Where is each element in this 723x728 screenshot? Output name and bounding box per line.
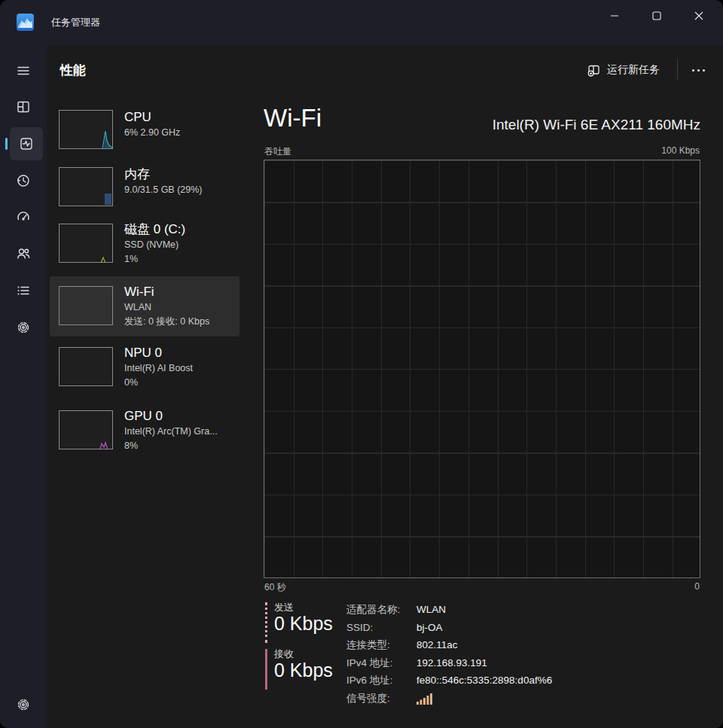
perf-item-sub2: 发送: 0 接收: 0 Kbps	[124, 315, 237, 329]
new-task-icon	[587, 64, 600, 77]
sidebar-item-services[interactable]	[8, 312, 38, 343]
users-icon	[16, 246, 31, 261]
close-button[interactable]	[680, 0, 718, 32]
selected-indicator	[5, 138, 8, 150]
perf-item-sub2: 1%	[124, 252, 237, 267]
window-title: 任务管理器	[51, 0, 100, 45]
perf-item-wifi[interactable]: Wi-Fi WLAN 发送: 0 接收: 0 Kbps	[50, 276, 239, 337]
performance-icon	[19, 136, 34, 151]
perf-item-sub: 6% 2.90 GHz	[124, 126, 237, 140]
services-gear-icon	[16, 320, 31, 335]
sidebar-item-app-history[interactable]	[8, 166, 38, 196]
cpu-mini-chart	[59, 110, 113, 149]
perf-item-title: Wi-Fi	[124, 283, 237, 300]
sidebar-item-performance[interactable]	[10, 127, 43, 160]
panel-header: 性能 运行新任务	[47, 45, 723, 92]
perf-item-gpu[interactable]: GPU 0 Intel(R) Arc(TM) Gra... 8%	[50, 399, 239, 460]
navigation-sidebar	[0, 0, 47, 728]
run-new-task-button[interactable]: 运行新任务	[581, 59, 666, 81]
run-new-task-label: 运行新任务	[607, 63, 660, 77]
gpu-mini-chart	[59, 410, 113, 449]
header-separator	[677, 59, 678, 80]
sidebar-item-details[interactable]	[8, 276, 38, 306]
processes-icon	[16, 99, 31, 114]
receive-legend-marker	[265, 649, 267, 690]
speedometer-icon	[16, 209, 31, 224]
perf-item-sub: Intel(R) Arc(TM) Gra...	[124, 425, 237, 439]
perf-item-cpu[interactable]: CPU 6% 2.90 GHz	[50, 102, 239, 160]
signal-bars-icon	[416, 693, 433, 705]
chart-x-right-label: 0	[694, 581, 700, 592]
more-options-icon[interactable]	[682, 60, 714, 80]
content-panel: 性能 运行新任务 CPU	[47, 45, 723, 728]
throughput-chart	[264, 160, 700, 578]
menu-hamburger-icon[interactable]	[8, 56, 38, 86]
perf-item-memory[interactable]: 内存 9.0/31.5 GB (29%)	[50, 160, 239, 217]
adapter-name: Intel(R) Wi-Fi 6E AX211 160MHz	[493, 117, 700, 133]
perf-item-title: 内存	[124, 166, 237, 183]
perf-item-sub2: 8%	[124, 439, 237, 453]
perf-item-npu[interactable]: NPU 0 Intel(R) AI Boost 0%	[50, 337, 239, 398]
chart-y-axis-title: 吞吐量	[264, 145, 291, 158]
history-clock-icon	[16, 173, 31, 188]
tab-performance-title: 性能	[60, 62, 86, 79]
disk-mini-chart	[59, 224, 113, 263]
sidebar-item-users[interactable]	[8, 239, 38, 269]
perf-item-sub: WLAN	[124, 300, 237, 315]
chart-y-max-label: 100 Kbps	[661, 145, 700, 156]
npu-mini-chart	[59, 347, 113, 386]
perf-item-sub2: 0%	[124, 376, 237, 390]
perf-item-title: GPU 0	[124, 407, 237, 425]
send-value: 0 Kbps	[274, 613, 333, 635]
send-legend-marker	[265, 602, 267, 643]
chart-x-left-label: 60 秒	[264, 581, 286, 594]
page-title: Wi-Fi	[264, 104, 322, 133]
sidebar-item-processes[interactable]	[8, 92, 38, 122]
minimize-button[interactable]	[596, 0, 633, 32]
perf-item-title: CPU	[124, 108, 237, 126]
perf-item-disk[interactable]: 磁盘 0 (C:) SSD (NVMe) 1%	[50, 217, 239, 276]
title-bar: 任务管理器	[0, 0, 723, 45]
maximize-button[interactable]	[638, 0, 676, 32]
task-manager-window: 任务管理器	[0, 0, 723, 728]
sidebar-item-startup-apps[interactable]	[8, 202, 38, 232]
perf-item-title: 磁盘 0 (C:)	[124, 221, 237, 238]
perf-item-sub: SSD (NVMe)	[124, 238, 237, 252]
wifi-mini-chart	[59, 286, 113, 325]
receive-value: 0 Kbps	[274, 659, 333, 681]
details-list-icon	[16, 283, 31, 298]
perf-item-title: NPU 0	[124, 344, 237, 361]
settings-gear-icon[interactable]	[8, 690, 38, 720]
memory-mini-chart	[59, 167, 113, 206]
perf-item-sub: 9.0/31.5 GB (29%)	[124, 183, 237, 197]
perf-item-sub: Intel(R) AI Boost	[124, 361, 237, 376]
